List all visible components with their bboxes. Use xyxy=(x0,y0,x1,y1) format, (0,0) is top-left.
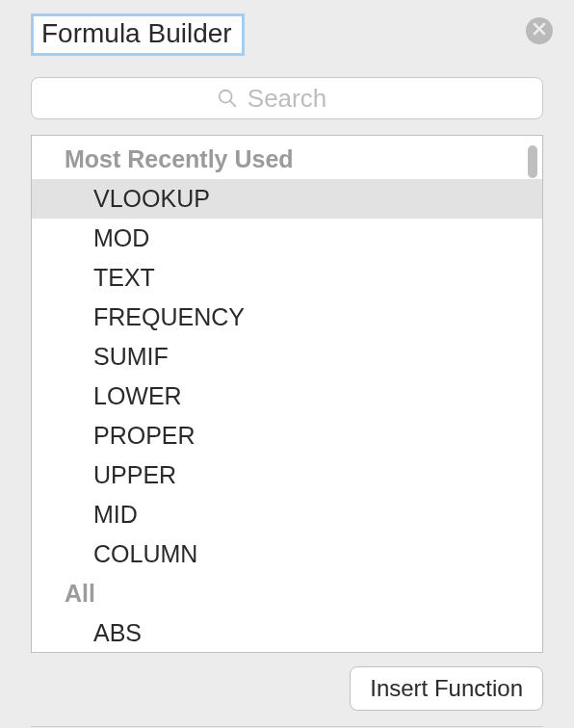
function-list-inner[interactable]: Most Recently Used VLOOKUP MOD TEXT FREQ… xyxy=(32,136,542,652)
divider xyxy=(31,726,543,727)
function-item[interactable]: ABS xyxy=(32,613,542,652)
function-item[interactable]: SUMIF xyxy=(32,337,542,377)
button-row: Insert Function xyxy=(31,666,543,711)
panel-title: Formula Builder xyxy=(31,13,245,56)
function-item[interactable]: COLUMN xyxy=(32,534,542,574)
function-item[interactable]: MID xyxy=(32,495,542,534)
search-field-wrap xyxy=(31,77,543,119)
scrollbar-thumb[interactable] xyxy=(528,145,537,178)
function-item[interactable]: FREQUENCY xyxy=(32,298,542,337)
function-item[interactable]: UPPER xyxy=(32,455,542,495)
function-list: Most Recently Used VLOOKUP MOD TEXT FREQ… xyxy=(31,135,543,653)
group-header-all: All xyxy=(32,574,542,613)
close-icon xyxy=(533,22,546,39)
insert-function-button[interactable]: Insert Function xyxy=(350,666,543,711)
close-button[interactable] xyxy=(526,17,553,44)
search-input[interactable] xyxy=(31,77,543,119)
function-item[interactable]: LOWER xyxy=(32,377,542,416)
function-item[interactable]: PROPER xyxy=(32,416,542,455)
function-item[interactable]: TEXT xyxy=(32,258,542,298)
function-item[interactable]: MOD xyxy=(32,219,542,258)
function-item[interactable]: VLOOKUP xyxy=(32,179,542,219)
group-header-recent: Most Recently Used xyxy=(32,136,542,179)
